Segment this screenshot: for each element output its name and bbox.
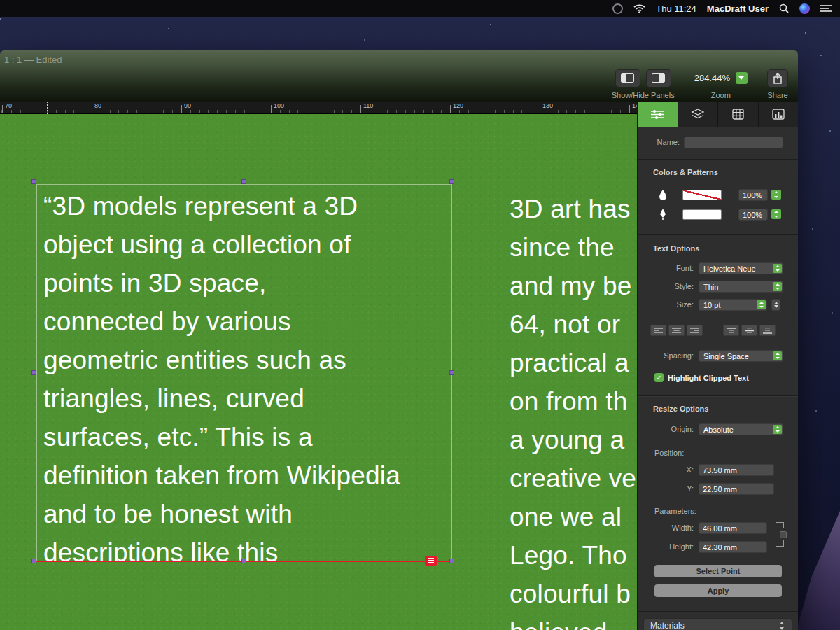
selection-handle-bottom-middle[interactable] — [241, 559, 246, 564]
size-stepper[interactable] — [771, 299, 780, 311]
selected-text-content: “3D models represent a 3D object using a… — [43, 187, 400, 562]
fill-droplet-icon[interactable] — [659, 189, 667, 200]
horizontal-ruler: 70 80 90 100 110 120 130 140 — [0, 102, 637, 114]
fill-opacity-stepper[interactable] — [771, 190, 781, 200]
valign-bottom-button[interactable] — [760, 325, 776, 336]
wallpaper-mountain — [797, 511, 840, 630]
selection-handle-top-left[interactable] — [31, 179, 36, 184]
wallpaper-stars — [0, 18, 1, 20]
width-row: Width: — [638, 522, 794, 534]
fill-row — [638, 189, 794, 201]
macdraft-window: 1 : 1 — Edited Show/Hide Panels — [0, 50, 798, 630]
apply-button[interactable]: Apply — [654, 584, 782, 597]
share-button[interactable] — [767, 69, 788, 88]
selection-handle-bottom-right[interactable] — [449, 559, 454, 564]
collapse-chevrons-icon — [779, 622, 785, 630]
wifi-icon[interactable] — [634, 4, 645, 13]
spacing-label: Spacing: — [638, 351, 694, 360]
constraint-bracket-bottom — [776, 540, 784, 547]
search-icon[interactable] — [779, 4, 789, 13]
highlight-clipped-row: Highlight Clipped Text — [638, 372, 794, 384]
align-center-button[interactable] — [668, 325, 685, 336]
materials-section-bar[interactable]: Materials — [643, 618, 792, 630]
inspector-panel: Name: Colors & Patterns Text Options — [637, 102, 798, 630]
stroke-opacity-input[interactable] — [738, 209, 768, 220]
y-input[interactable] — [699, 483, 774, 495]
chart-icon — [772, 108, 785, 120]
selection-handle-middle-right[interactable] — [449, 370, 454, 375]
popup-chevrons-icon — [757, 300, 766, 309]
zoom-label: Zoom — [711, 91, 731, 99]
selected-text-object[interactable]: “3D models represent a 3D object using a… — [36, 184, 452, 562]
resize-options-header: Resize Options — [653, 405, 708, 413]
text-options-header: Text Options — [653, 244, 699, 253]
alignment-row — [638, 325, 794, 337]
divider — [638, 611, 798, 612]
constraint-checkbox[interactable] — [780, 531, 787, 538]
name-input[interactable] — [684, 136, 783, 148]
highlight-clipped-label: Highlight Clipped Text — [668, 374, 749, 382]
notification-list-icon[interactable] — [820, 4, 832, 13]
size-row: Size: 10 pt — [638, 299, 794, 311]
show-hide-right-panel-button[interactable] — [646, 69, 671, 88]
window-header: 1 : 1 — Edited Show/Hide Panels — [0, 50, 798, 102]
materials-header: Materials — [650, 621, 685, 630]
stroke-opacity-stepper[interactable] — [771, 209, 781, 219]
menubar-clock[interactable]: Thu 11:24 — [656, 4, 696, 14]
spacing-popup[interactable]: Single Space — [699, 350, 783, 362]
tab-grid[interactable] — [718, 102, 759, 127]
height-input[interactable] — [699, 541, 767, 553]
clipped-text-badge-icon[interactable] — [425, 556, 437, 566]
stroke-color-well[interactable] — [682, 209, 722, 220]
fill-opacity-input[interactable] — [738, 189, 768, 201]
name-row: Name: — [638, 136, 794, 148]
tab-attributes[interactable] — [638, 102, 678, 127]
style-popup[interactable]: Thin — [699, 281, 783, 293]
drawing-canvas[interactable]: 3D art has since the and my be 64, not o… — [0, 114, 637, 630]
horizontal-align-group — [650, 325, 703, 336]
menubar-user[interactable]: MacDraft User — [707, 4, 769, 14]
width-input[interactable] — [699, 522, 767, 534]
zoom-value: 284.44% — [694, 73, 730, 83]
position-label: Position: — [654, 449, 684, 457]
menubar: Thu 11:24 MacDraft User — [0, 0, 840, 17]
name-label: Name: — [638, 138, 680, 146]
show-hide-left-panel-button[interactable] — [615, 69, 640, 88]
colors-patterns-header: Colors & Patterns — [653, 168, 718, 176]
stroke-pen-icon[interactable] — [659, 209, 667, 220]
align-left-button[interactable] — [650, 325, 666, 336]
y-label: Y: — [638, 484, 694, 493]
tab-chart[interactable] — [759, 102, 799, 127]
panels-toggle-label: Show/Hide Panels — [612, 91, 675, 99]
tab-layers[interactable] — [678, 102, 719, 127]
siri-icon[interactable] — [799, 4, 810, 14]
highlight-clipped-checkbox[interactable] — [654, 373, 664, 382]
fill-color-well[interactable] — [682, 190, 722, 200]
selection-handle-top-middle[interactable] — [241, 179, 246, 184]
constraint-bracket-top — [776, 522, 784, 528]
x-input[interactable] — [699, 464, 774, 476]
align-right-button[interactable] — [687, 325, 703, 336]
layers-icon — [691, 108, 705, 120]
position-x-row: X: — [638, 464, 794, 476]
select-point-button[interactable]: Select Point — [654, 565, 782, 578]
divider — [638, 234, 798, 234]
popup-chevrons-icon — [773, 425, 782, 434]
size-label: Size: — [638, 300, 694, 309]
valign-middle-button[interactable] — [741, 325, 757, 336]
size-popup[interactable]: 10 pt — [699, 299, 767, 311]
zoom-dropdown-button[interactable] — [736, 72, 748, 84]
origin-popup[interactable]: Absolute — [699, 424, 783, 435]
window-toolbar: Show/Hide Panels 284.44% Zoom Sh — [612, 69, 788, 99]
font-popup[interactable]: Helvetica Neue — [699, 262, 783, 274]
right-text-object[interactable]: 3D art has since the and my be 64, not o… — [510, 190, 636, 630]
x-label: X: — [638, 465, 694, 474]
position-y-row: Y: — [638, 483, 794, 495]
valign-top-button[interactable] — [723, 325, 739, 336]
selection-handle-bottom-left[interactable] — [31, 559, 36, 564]
inspector-tabs — [638, 102, 798, 127]
selection-handle-top-right[interactable] — [449, 179, 454, 184]
right-panel-icon — [652, 74, 665, 83]
screen-mirroring-icon[interactable] — [612, 4, 623, 14]
selection-handle-middle-left[interactable] — [31, 370, 36, 375]
